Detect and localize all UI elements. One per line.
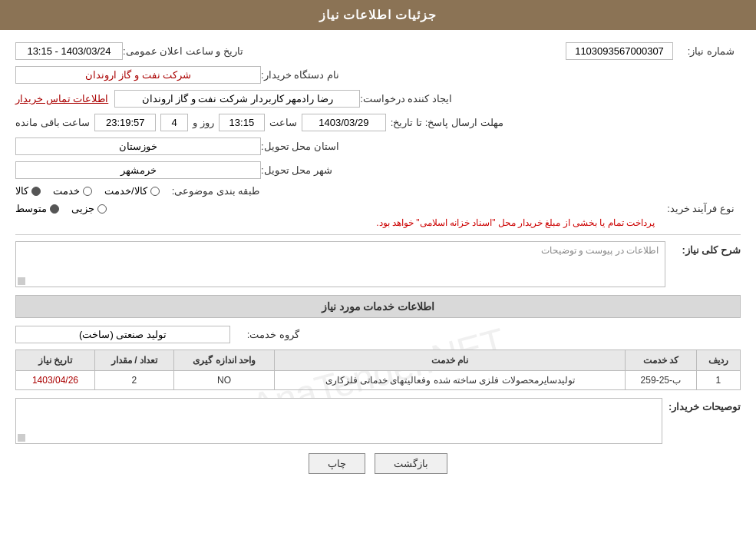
radio-kala-khidmat-icon bbox=[150, 187, 160, 196]
back-button[interactable]: بازگشت bbox=[375, 453, 447, 474]
namdastgah-label: نام دستگاه خریدار: bbox=[261, 69, 339, 81]
noee-label: نوع فرآیند خرید: bbox=[667, 203, 735, 214]
col-kod: کد خدمت bbox=[625, 350, 696, 371]
roz-label: روز و bbox=[193, 117, 214, 128]
sharh-row: شرح کلی نیاز: اطلاعات در پیوست و توضیحات bbox=[15, 241, 741, 287]
noee-text: پرداخت تمام یا بخشی از مبلغ خریدار محل "… bbox=[15, 217, 655, 228]
resize-handle-icon bbox=[18, 277, 25, 285]
page-title: جزئیات اطلاعات نیاز bbox=[319, 8, 437, 22]
eijad-label: ایجاد کننده درخواست: bbox=[360, 93, 452, 104]
needs-table: ردیف کد خدمت نام خدمت واحد اندازه گیری ت… bbox=[15, 350, 741, 390]
print-button[interactable]: چاپ bbox=[309, 453, 365, 474]
mohlat-label: مهلت ارسال پاسخ: تا تاریخ: bbox=[391, 117, 503, 128]
tabaqe-row: طبقه بندی موضوعی: کالا/خدمت خدمت کالا bbox=[15, 185, 741, 197]
tabaqe-label: طبقه بندی موضوعی: bbox=[172, 185, 260, 197]
baqi-value: 23:19:57 bbox=[94, 114, 156, 131]
shahr-value: خرمشهر bbox=[15, 161, 261, 179]
eijad-row: ایجاد کننده درخواست: رضا رادمهر کاربردار… bbox=[15, 90, 741, 108]
content-area: شماره نیاز: 1103093567000307 تاریخ و ساع… bbox=[0, 30, 756, 499]
table-header-row: ردیف کد خدمت نام خدمت واحد اندازه گیری ت… bbox=[16, 350, 741, 371]
shahr-row: شهر محل تحویل: خرمشهر bbox=[15, 161, 741, 179]
radio-kala-icon bbox=[31, 187, 41, 196]
shomara-value: 1103093567000307 bbox=[566, 42, 673, 60]
tabaqe-kala-label: کالا bbox=[15, 185, 28, 197]
noee-motosat-label: متوسط bbox=[15, 203, 47, 214]
col-vahed: واحد اندازه گیری bbox=[173, 350, 275, 371]
radio-khidmat-icon bbox=[83, 187, 92, 196]
grooh-label: گروه خدمت: bbox=[238, 329, 299, 340]
tabaqe-khidmat-label: خدمت bbox=[53, 185, 80, 197]
grooh-row: گروه خدمت: تولید صنعتی (ساخت) bbox=[15, 326, 741, 343]
noee-jozii-label: جزیی bbox=[71, 203, 94, 214]
tabaqe-kala-khidmat: کالا/خدمت bbox=[104, 185, 160, 197]
noee-jozii: جزیی bbox=[71, 203, 107, 214]
mohlat-row: مهلت ارسال پاسخ: تا تاریخ: 1403/03/29 سا… bbox=[15, 114, 741, 131]
cell-name: تولیدسایرمحصولات فلزی ساخته شده وفعالیته… bbox=[275, 371, 626, 390]
cell-tedad: 2 bbox=[94, 371, 173, 390]
eijad-value: رضا رادمهر کاربردار شرکت نفت و گاز اروند… bbox=[114, 90, 360, 108]
saat-value: 13:15 bbox=[219, 114, 265, 131]
page-header: جزئیات اطلاعات نیاز bbox=[0, 0, 756, 30]
tabaqe-kala: کالا bbox=[15, 185, 41, 197]
sharh-box: اطلاعات در پیوست و توضیحات bbox=[15, 241, 665, 287]
sharh-label: شرح کلی نیاز: bbox=[672, 241, 741, 256]
divider-1 bbox=[15, 234, 741, 235]
radio-motosat-icon bbox=[50, 204, 59, 214]
ostan-row: استان محل تحویل: خوزستان bbox=[15, 137, 741, 155]
tabaqe-kala-khidmat-label: کالا/خدمت bbox=[104, 185, 147, 197]
buyer-notes-label: توصیحات خریدار: bbox=[669, 398, 741, 412]
ostan-label: استان محل تحویل: bbox=[261, 141, 339, 152]
shahr-label: شهر محل تحویل: bbox=[261, 164, 332, 176]
col-tedad: تعداد / مقدار bbox=[94, 350, 173, 371]
shomara-label: شماره نیاز: bbox=[673, 45, 735, 57]
buyer-notes-row: توصیحات خریدار: bbox=[15, 398, 741, 444]
cell-tarikh: 1403/04/26 bbox=[16, 371, 95, 390]
service-section-header: اطلاعات خدمات مورد نیاز bbox=[15, 295, 741, 318]
namdastgah-row: نام دستگاه خریدار: شرکت نفت و گاز اروندا… bbox=[15, 66, 741, 84]
table-row: 1 ب-25-259 تولیدسایرمحصولات فلزی ساخته ش… bbox=[16, 371, 741, 390]
shomara-row: شماره نیاز: 1103093567000307 تاریخ و ساع… bbox=[15, 42, 741, 60]
ostan-value: خوزستان bbox=[15, 137, 261, 155]
grooh-value: تولید صنعتی (ساخت) bbox=[15, 326, 230, 343]
noee-motosat: متوسط bbox=[15, 203, 59, 214]
tarikh-elaan-value: 1403/03/24 - 13:15 bbox=[15, 42, 123, 60]
namdastgah-value: شرکت نفت و گاز اروندان bbox=[15, 66, 261, 84]
sharh-hint: اطلاعات در پیوست و توضیحات bbox=[541, 245, 659, 256]
noee-row: نوع فرآیند خرید: جزیی متوسط پرداخت تمام … bbox=[15, 203, 741, 228]
col-radif: ردیف bbox=[696, 350, 740, 371]
col-tarikh: تاریخ نیاز bbox=[16, 350, 95, 371]
cell-vahed: NO bbox=[173, 371, 275, 390]
roz-value: 4 bbox=[160, 114, 188, 131]
tabaqe-khidmat: خدمت bbox=[53, 185, 92, 197]
cell-radif: 1 bbox=[696, 371, 740, 390]
page-wrapper: جزئیات اطلاعات نیاز شماره نیاز: 11030935… bbox=[0, 0, 756, 540]
contact-link[interactable]: اطلاعات تماس خریدار bbox=[15, 93, 108, 104]
table-container: AnaTender.NET ردیف کد خدمت نام خدمت واحد… bbox=[15, 350, 741, 398]
col-name: نام خدمت bbox=[275, 350, 626, 371]
saat-label: ساعت bbox=[269, 117, 297, 128]
buyer-notes-box bbox=[15, 398, 662, 444]
baqi-label: ساعت باقی مانده bbox=[15, 117, 90, 128]
tarikh-elaan-label: تاریخ و ساعت اعلان عمومی: bbox=[123, 45, 243, 57]
button-row: بازگشت چاپ bbox=[15, 453, 741, 486]
date-from: 1403/03/29 bbox=[302, 114, 386, 131]
cell-kod: ب-25-259 bbox=[625, 371, 696, 390]
radio-jozii-icon bbox=[97, 204, 107, 214]
resize-handle-2-icon bbox=[18, 434, 25, 442]
